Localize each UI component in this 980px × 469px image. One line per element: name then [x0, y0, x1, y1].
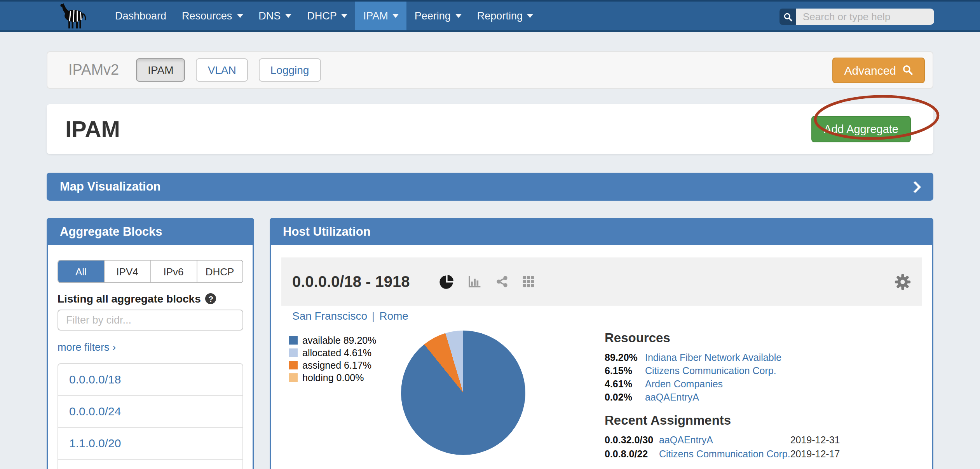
aggregate-block-link[interactable]: 0.0.0.0/18 — [69, 373, 121, 386]
nav-item-resources[interactable]: Resources — [174, 2, 251, 30]
chevron-down-icon — [285, 14, 291, 18]
nav-item-ipam[interactable]: IPAM — [356, 2, 407, 30]
resource-row: 6.15%Citizens Communication Corp. — [605, 365, 781, 378]
nav-item-label: DHCP — [307, 10, 337, 22]
nav-item-label: Resources — [182, 10, 232, 22]
nav-item-reporting[interactable]: Reporting — [469, 2, 541, 30]
legend-swatch — [289, 361, 298, 369]
assignment-cidr: 0.0.8.0/22 — [605, 448, 659, 461]
top-navbar: DashboardResourcesDNSDHCPIPAMPeeringRepo… — [0, 0, 980, 32]
global-search — [779, 9, 934, 25]
assignment-link[interactable]: aaQAEntryA — [659, 435, 713, 446]
assignment-row: 0.0.8.0/22Citizens Communication Corp.20… — [605, 448, 840, 461]
nav-item-label: Reporting — [477, 10, 523, 22]
search-input[interactable] — [796, 9, 934, 25]
pie-legend: available 89.20%allocated 4.61%assigned … — [289, 334, 376, 384]
aggregate-block-list: 0.0.0.0/180.0.0.0/241.1.0.0/20 — [58, 363, 243, 469]
chevron-right-icon: › — [112, 341, 116, 353]
resource-percent: 0.02% — [605, 391, 645, 404]
resource-row: 89.20%Indiana Fiber Network Available — [605, 352, 781, 365]
chevron-down-icon — [342, 14, 348, 18]
assignment-link[interactable]: Citizens Communication Corp. — [659, 448, 790, 459]
page-content: IPAMv2 IPAMVLANLogging Advanced IPAM Add… — [0, 32, 980, 469]
tab-ipam[interactable]: IPAM — [136, 58, 185, 82]
host-utilization-title: Host Utilization — [270, 219, 933, 245]
nav-item-label: DNS — [258, 10, 281, 22]
chevron-down-icon — [455, 14, 462, 18]
separator: | — [372, 310, 375, 322]
filter-tab-dhcp[interactable]: DHCP — [196, 261, 242, 282]
grid-icon[interactable] — [522, 275, 535, 288]
resource-percent: 89.20% — [605, 352, 645, 365]
legend-label: allocated 4.61% — [302, 348, 371, 359]
resource-link[interactable]: aaQAEntryA — [645, 392, 699, 403]
filter-tab-ipv4[interactable]: IPV4 — [104, 261, 150, 282]
advanced-button-label: Advanced — [844, 63, 896, 77]
bar-chart-icon[interactable] — [468, 275, 482, 289]
aggregate-blocks-panel: Aggregate Blocks AllIPV4IPv6DHCP Listing… — [47, 218, 254, 469]
legend-swatch — [289, 336, 298, 345]
assignment-cidr: 0.0.32.0/30 — [605, 434, 659, 448]
legend-item: allocated 4.61% — [289, 347, 376, 359]
resource-name: Citizens Communication Corp. — [645, 365, 781, 378]
resource-percent: 6.15% — [605, 365, 645, 378]
location-link[interactable]: Rome — [379, 310, 408, 322]
page-header: IPAM Add Aggregate — [47, 104, 933, 154]
aggregate-block-row — [58, 459, 242, 469]
legend-swatch — [289, 348, 298, 357]
recent-assignments-heading: Recent Assignments — [605, 414, 908, 427]
nav-item-label: Peering — [415, 10, 451, 22]
utilization-pie-chart — [401, 331, 525, 455]
resource-name: Indiana Fiber Network Available — [645, 352, 781, 365]
tab-vlan[interactable]: VLAN — [196, 58, 248, 82]
search-icon — [779, 9, 796, 25]
aggregate-block-row: 0.0.0.0/18 — [58, 364, 242, 395]
map-visualization-bar[interactable]: Map Visualization — [47, 173, 933, 201]
search-icon — [902, 65, 913, 75]
filter-tab-ipv6[interactable]: IPv6 — [150, 261, 196, 282]
pie-chart-icon[interactable] — [439, 274, 454, 289]
resource-link[interactable]: Citizens Communication Corp. — [645, 366, 776, 376]
cidr-filter-input[interactable] — [58, 310, 243, 331]
add-aggregate-button[interactable]: Add Aggregate — [811, 116, 911, 142]
nav-item-peering[interactable]: Peering — [407, 2, 469, 30]
resource-percent: 4.61% — [605, 378, 645, 391]
resource-link[interactable]: Indiana Fiber Network Available — [645, 352, 781, 363]
nav-item-dns[interactable]: DNS — [251, 2, 299, 30]
location-link[interactable]: San Franscisco — [292, 310, 367, 322]
utilization-details: Resources 89.20%Indiana Fiber Network Av… — [605, 331, 908, 461]
nav-menu: DashboardResourcesDNSDHCPIPAMPeeringRepo… — [107, 2, 541, 30]
nav-item-dhcp[interactable]: DHCP — [299, 2, 356, 30]
resource-row: 0.02%aaQAEntryA — [605, 391, 781, 404]
help-icon[interactable]: ? — [206, 293, 216, 304]
nav-item-label: Dashboard — [115, 10, 166, 22]
filter-tab-all[interactable]: All — [58, 261, 104, 282]
more-filters-link[interactable]: more filters › — [58, 341, 116, 353]
toolbar-tabs: IPAMVLANLogging — [136, 58, 321, 82]
legend-label: assigned 6.17% — [302, 360, 371, 371]
nav-item-dashboard[interactable]: Dashboard — [107, 2, 174, 30]
tab-logging[interactable]: Logging — [259, 58, 321, 82]
gear-icon[interactable] — [895, 273, 911, 290]
assignment-name: aaQAEntryA — [659, 434, 790, 448]
aggregate-block-link[interactable]: 1.1.0.0/20 — [69, 436, 121, 450]
resource-row: 4.61%Arden Companies — [605, 378, 781, 391]
legend-item: holding 0.00% — [289, 372, 376, 384]
aggregate-block-link[interactable]: 0.0.0.0/24 — [69, 404, 121, 418]
aggregate-block-row: 0.0.0.0/24 — [58, 395, 242, 427]
aggregate-block-row: 1.1.0.0/20 — [58, 427, 242, 459]
chevron-right-icon — [909, 180, 921, 192]
resource-link[interactable]: Arden Companies — [645, 379, 723, 390]
share-icon[interactable] — [496, 275, 508, 288]
toolbar-title: IPAMv2 — [68, 61, 119, 79]
ipamv2-toolbar: IPAMv2 IPAMVLANLogging Advanced — [47, 51, 933, 89]
legend-item: available 89.20% — [289, 334, 376, 347]
legend-label: available 89.20% — [302, 335, 376, 346]
resources-table: 89.20%Indiana Fiber Network Available6.1… — [605, 352, 781, 404]
listing-label-row: Listing all aggregate blocks ? — [58, 292, 243, 305]
listing-label: Listing all aggregate blocks — [58, 292, 201, 305]
location-links: San Franscisco|Rome — [292, 310, 408, 322]
advanced-button[interactable]: Advanced — [833, 57, 925, 83]
host-utilization-panel: Host Utilization 0.0.0.0/18 - 1918 — [270, 218, 933, 469]
resources-heading: Resources — [605, 331, 908, 345]
